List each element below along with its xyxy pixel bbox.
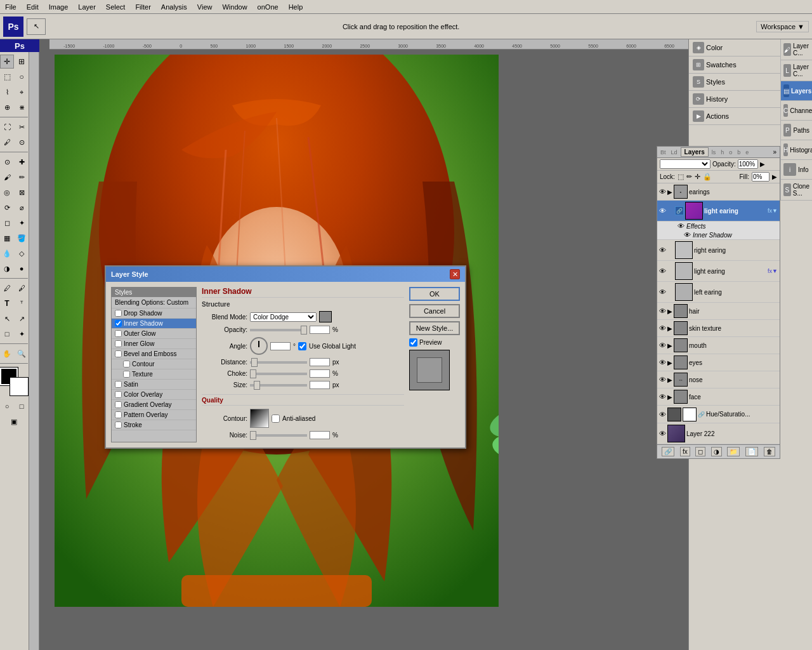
eye-eyes[interactable]: 👁 xyxy=(659,359,666,366)
menu-filter[interactable]: Filter xyxy=(130,2,155,12)
blur-tool[interactable]: 💧 xyxy=(0,246,14,260)
paint-bucket-tool[interactable]: 🪣 xyxy=(15,231,29,245)
menu-image[interactable]: Image xyxy=(44,2,74,12)
arrow-hair[interactable]: ▶ xyxy=(667,308,672,315)
gradient-overlay-check[interactable] xyxy=(115,401,122,408)
satin-check[interactable] xyxy=(115,381,122,388)
layer-row-right-earing[interactable]: 👁 right earing xyxy=(657,240,780,261)
noise-slider[interactable] xyxy=(250,434,307,437)
style-item-contour[interactable]: Contour xyxy=(112,359,196,369)
layer-row-nose[interactable]: 👁 ▶ •• nose xyxy=(657,371,780,388)
menu-file[interactable]: File xyxy=(0,2,22,12)
opacity-value-input[interactable]: 100 xyxy=(310,326,330,334)
freeform-pen-tool[interactable]: 🖋 xyxy=(15,281,29,295)
inner-shadow-check[interactable] xyxy=(115,320,122,327)
new-style-button[interactable]: New Style... xyxy=(409,321,460,335)
layers-adj-btn[interactable]: ◑ xyxy=(711,447,722,456)
arrow-mouth[interactable]: ▶ xyxy=(667,342,672,349)
eye-hair[interactable]: 👁 xyxy=(659,307,666,315)
opacity-slider[interactable] xyxy=(250,329,307,331)
pattern-stamp-tool[interactable]: ⊠ xyxy=(15,185,29,199)
quick-mask-mode[interactable]: ○ xyxy=(0,399,14,413)
eye-left-earing[interactable]: 👁 xyxy=(659,288,666,296)
angle-value-input[interactable]: 90 xyxy=(270,342,291,350)
opacity-input[interactable] xyxy=(738,159,758,169)
move-tool-btn[interactable]: ↖ xyxy=(27,18,46,35)
contour-check[interactable] xyxy=(123,361,130,368)
menu-onone[interactable]: onOne xyxy=(252,2,284,12)
layers-panel-h[interactable]: h xyxy=(719,149,726,156)
shape-tool[interactable]: □ xyxy=(0,327,14,341)
pattern-overlay-check[interactable] xyxy=(115,411,122,418)
burn-tool[interactable]: ● xyxy=(15,262,29,275)
lock-edit-icon[interactable]: ✏ xyxy=(686,173,692,181)
sharpen-tool[interactable]: ◇ xyxy=(15,246,29,260)
layers-link-btn[interactable]: 🔗 xyxy=(662,447,674,456)
menu-edit[interactable]: Edit xyxy=(22,2,44,12)
style-item-pattern-overlay[interactable]: Pattern Overlay xyxy=(112,410,196,420)
blend-mode-select[interactable]: Normal xyxy=(660,159,710,169)
style-item-bevel[interactable]: Bevel and Emboss xyxy=(112,349,196,359)
stroke-check[interactable] xyxy=(115,421,122,428)
fx-light-earing-2[interactable]: fx▼ xyxy=(768,268,778,274)
zoom-tool[interactable]: 🔍 xyxy=(15,347,29,361)
style-item-texture[interactable]: Texture xyxy=(112,369,196,380)
poly-lasso-tool[interactable]: ⌖ xyxy=(15,85,29,99)
move-tool[interactable]: ✛ xyxy=(0,55,14,69)
type-tool[interactable]: T xyxy=(0,296,14,310)
style-item-outer-glow[interactable]: Outer Glow xyxy=(112,329,196,339)
panel-tab-brushes[interactable]: 🖌 Layer C... xyxy=(781,39,812,60)
eye-222[interactable]: 👁 xyxy=(659,430,666,437)
eraser-tool[interactable]: ◻ xyxy=(0,216,14,230)
crop-tool[interactable]: ⛶ xyxy=(0,120,14,134)
magic-eraser-tool[interactable]: ✦ xyxy=(15,216,29,230)
menu-window[interactable]: Window xyxy=(217,2,252,12)
menu-select[interactable]: Select xyxy=(101,2,131,12)
layers-mask-btn[interactable]: ◻ xyxy=(695,447,705,456)
preview-check[interactable] xyxy=(409,338,417,347)
panel-tab-actions[interactable]: ▶ Actions xyxy=(689,108,781,125)
eye-light-earing-2[interactable]: 👁 xyxy=(659,267,666,275)
workspace-btn[interactable]: Workspace ▼ xyxy=(756,21,809,32)
screen-mode[interactable]: ▣ xyxy=(0,415,28,428)
eye-right-earing[interactable]: 👁 xyxy=(659,246,666,254)
size-slider[interactable] xyxy=(250,384,307,387)
panel-tab-layers[interactable]: ▤ Layers xyxy=(781,81,812,101)
layers-tab-active[interactable]: Layers xyxy=(681,147,709,157)
style-item-inner-shadow[interactable]: Inner Shadow xyxy=(112,319,196,329)
menu-layer[interactable]: Layer xyxy=(73,2,101,12)
layer-row-hair[interactable]: 👁 ▶ hair xyxy=(657,303,780,320)
arrow-face[interactable]: ▶ xyxy=(667,394,672,401)
layer-row-earings[interactable]: 👁 ▶ • earings xyxy=(657,183,780,201)
artboard-tool[interactable]: ⊞ xyxy=(15,55,29,69)
bevel-check[interactable] xyxy=(115,350,122,357)
angle-dial[interactable] xyxy=(250,337,268,355)
rect-select-tool[interactable]: ⬚ xyxy=(0,70,14,84)
blend-mode-form-select[interactable]: Color Dodge Normal Multiply Screen xyxy=(250,312,317,322)
dialog-close-btn[interactable]: ✕ xyxy=(450,269,460,279)
pencil-tool[interactable]: ✏ xyxy=(15,170,29,184)
outer-glow-check[interactable] xyxy=(115,330,122,337)
layers-panel-e[interactable]: e xyxy=(743,149,750,156)
blend-color-swatch[interactable] xyxy=(319,311,332,322)
opacity-arrow[interactable]: ▶ xyxy=(760,161,765,168)
ok-button[interactable]: OK xyxy=(409,287,460,301)
layer-row-left-earing[interactable]: 👁 left earing xyxy=(657,282,780,303)
style-item-color-overlay[interactable]: Color Overlay xyxy=(112,390,196,400)
layer-row-light-earing-active[interactable]: 👁 🔗 light earing fx▼ xyxy=(657,201,780,222)
panel-tab-channels[interactable]: C Channels xyxy=(781,101,812,121)
vertical-type-tool[interactable]: ᵀ xyxy=(15,296,29,310)
clone-stamp-tool[interactable]: ◎ xyxy=(0,185,14,199)
layers-fx-btn[interactable]: fx xyxy=(680,447,690,456)
style-item-blending[interactable]: Blending Options: Custom xyxy=(112,297,196,308)
fill-arrow[interactable]: ▶ xyxy=(772,173,777,180)
layer-row-eyes[interactable]: 👁 ▶ eyes xyxy=(657,354,780,371)
layers-panel-bt[interactable]: Bt xyxy=(658,149,668,156)
eye-light-earing-active[interactable]: 👁 xyxy=(659,207,666,215)
arrow-skin[interactable]: ▶ xyxy=(667,325,672,332)
link-hue-sat[interactable]: 🔗 xyxy=(698,411,705,418)
inner-glow-check[interactable] xyxy=(115,340,122,347)
panel-tab-layerc[interactable]: L Layer C... xyxy=(781,60,812,81)
size-value-input[interactable]: 20 xyxy=(310,381,330,389)
noise-value-input[interactable]: 0 xyxy=(310,431,330,439)
